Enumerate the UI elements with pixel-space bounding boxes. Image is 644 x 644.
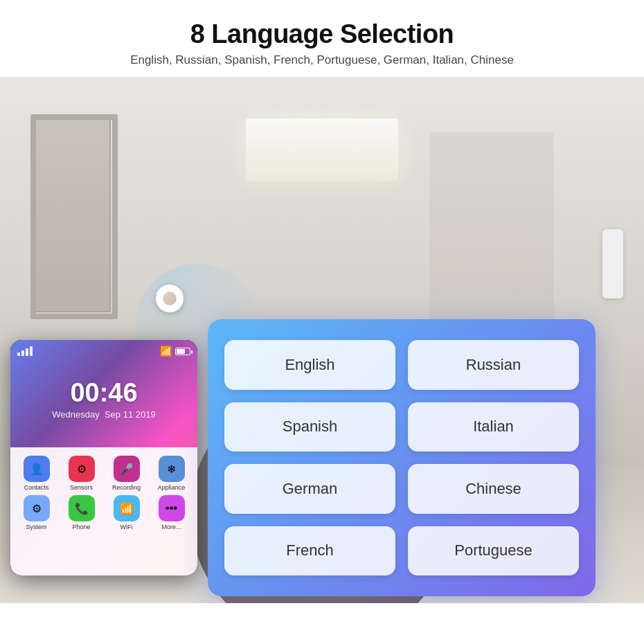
phone-date: Wednesday Sep 11 2019 [10, 409, 197, 420]
app-appliance[interactable]: ❄Appliance [151, 456, 192, 491]
wall-device [156, 285, 184, 312]
right-wall-device [602, 229, 623, 298]
signal-bar-2 [21, 350, 24, 356]
sensors-icon: ⚙ [69, 456, 95, 482]
lang-button-french[interactable]: French [224, 526, 395, 576]
more...-icon: ••• [159, 495, 185, 521]
room-door [35, 118, 111, 312]
contacts-icon: 👤 [24, 456, 50, 482]
app-more...[interactable]: •••More... [151, 495, 192, 530]
recording-icon: 🎤 [114, 456, 140, 482]
lang-button-english[interactable]: English [224, 340, 395, 390]
phone-device: 📶 00:46 Wednesday Sep 11 2019 👤Contacts⚙… [10, 340, 197, 575]
phone-icon: 📞 [69, 495, 95, 521]
ceiling-light [246, 118, 398, 181]
language-panel: EnglishRussianSpanishItalianGermanChines… [208, 319, 596, 596]
room-background: 📶 00:46 Wednesday Sep 11 2019 👤Contacts⚙… [0, 77, 644, 603]
sensors-label: Sensors [70, 484, 93, 491]
lang-button-russian[interactable]: Russian [408, 340, 579, 390]
signal-bar-1 [17, 352, 20, 356]
status-bar: 📶 [17, 346, 190, 357]
room-shelf [429, 132, 554, 340]
lang-button-german[interactable]: German [224, 464, 395, 514]
lang-button-portuguese[interactable]: Portuguese [408, 526, 579, 576]
wifi-label: WiFi [120, 524, 133, 530]
appliance-label: Appliance [158, 484, 186, 491]
signal-bar-4 [30, 346, 33, 356]
signal-bars [17, 346, 33, 356]
subtitle: English, Russian, Spanish, French, Portu… [14, 53, 630, 67]
battery-nub [191, 350, 193, 354]
app-wifi[interactable]: 📶WiFi [106, 495, 147, 530]
app-grid: 👤Contacts⚙Sensors🎤Recording❄Appliance⚙Sy… [10, 447, 197, 533]
contacts-label: Contacts [24, 484, 49, 491]
appliance-icon: ❄ [159, 456, 185, 482]
language-grid: EnglishRussianSpanishItalianGermanChines… [224, 340, 579, 575]
door-frame [30, 114, 118, 319]
phone-time: 00:46 [10, 378, 197, 408]
battery-fill [177, 349, 185, 354]
page-title: 8 Language Selection [14, 19, 630, 49]
app-phone[interactable]: 📞Phone [61, 495, 102, 530]
device-inner [163, 292, 177, 305]
lang-button-spanish[interactable]: Spanish [224, 402, 395, 452]
system-label: System [26, 524, 46, 530]
lang-button-italian[interactable]: Italian [408, 402, 579, 452]
phone-screen: 📶 00:46 Wednesday Sep 11 2019 👤Contacts⚙… [10, 340, 197, 575]
header: 8 Language Selection English, Russian, S… [0, 0, 644, 77]
app-contacts[interactable]: 👤Contacts [16, 456, 57, 491]
wifi-icon: 📶 [160, 346, 172, 357]
system-icon: ⚙ [24, 495, 50, 521]
phone-bottom-panel: 👤Contacts⚙Sensors🎤Recording❄Appliance⚙Sy… [10, 447, 197, 575]
phone-label: Phone [72, 524, 90, 530]
app-system[interactable]: ⚙System [16, 495, 57, 530]
app-sensors[interactable]: ⚙Sensors [61, 456, 102, 491]
wifi-icon: 📶 [114, 495, 140, 521]
signal-bar-3 [26, 348, 28, 356]
more...-label: More... [161, 524, 181, 530]
lang-button-chinese[interactable]: Chinese [408, 464, 579, 514]
battery-icon [175, 348, 190, 355]
app-recording[interactable]: 🎤Recording [106, 456, 147, 491]
recording-label: Recording [112, 484, 141, 491]
